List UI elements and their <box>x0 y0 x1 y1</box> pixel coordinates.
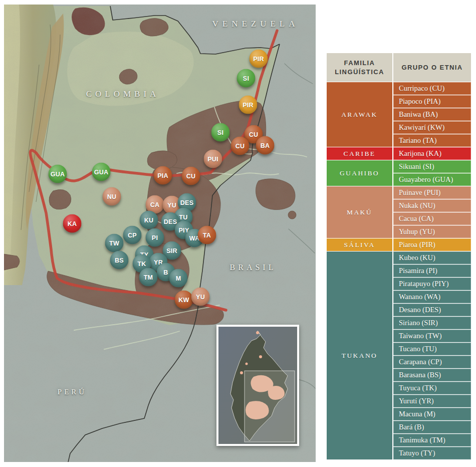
marker-KW: KW <box>175 291 193 309</box>
group-B: Bará (B) <box>393 421 471 433</box>
group-BA: Baniwa (BA) <box>393 108 471 121</box>
group-TK: Tuyuca (TK) <box>393 382 471 394</box>
marker-CU: CU <box>231 137 250 155</box>
family-saliva: SÁLIVA <box>327 239 392 251</box>
group-CA: Cacua (CA) <box>393 212 471 225</box>
marker-PI: PI <box>146 228 164 247</box>
country-label-colombia: COLOMBIA <box>86 89 160 99</box>
group-TY: Tatuyo (TY) <box>393 447 471 459</box>
group-M: Macuna (M) <box>393 408 471 420</box>
country-label-venezuela: VENEZUELA <box>212 19 299 29</box>
family-arawak: ARAWAK <box>327 82 392 147</box>
group-TM: Tanimuka (TM) <box>393 434 471 446</box>
family-caribe: CARIBE <box>327 147 392 160</box>
legend-header-group: GRUPO O ETNIA <box>393 53 471 82</box>
group-SI: Sikuani (SI) <box>393 160 471 173</box>
group-KW: Kawiyarí (KW) <box>393 121 471 134</box>
group-WA: Wanano (WA) <box>393 291 471 303</box>
marker-TA: TA <box>198 226 216 245</box>
family-maku: MAKÚ <box>327 186 392 238</box>
legend-header-family: FAMILIA LINGÜÍSTICA <box>327 53 392 82</box>
marker-TW: TW <box>105 234 124 253</box>
marker-CU: CU <box>182 167 200 185</box>
group-YU: Yuhup (YU) <box>393 225 471 238</box>
marker-YU: YU <box>191 288 210 306</box>
marker-GUA: GUA <box>49 165 67 183</box>
group-PIA: Piapoco (PIA) <box>393 95 471 108</box>
inset-map <box>216 325 299 446</box>
group-CU: Curripaco (CU) <box>393 82 471 95</box>
marker-GUA: GUA <box>92 163 111 181</box>
marker-PIR: PIR <box>250 50 268 68</box>
family-guahibo: GUAHIBO <box>327 160 392 186</box>
map-panel: VENEZUELACOLOMBIABRASILPERÚ PIRSIPIRSICU… <box>4 5 316 462</box>
group-PIY: Piratapuyo (PIY) <box>393 278 471 290</box>
group-TW: Taiwano (TW) <box>393 330 471 342</box>
marker-M: M <box>169 269 188 288</box>
country-label-brasil: BRASIL <box>230 263 277 272</box>
country-label-perú: PERÚ <box>58 388 87 396</box>
marker-SI: SI <box>211 123 230 142</box>
group-PIR: Piaroa (PIR) <box>393 239 471 251</box>
marker-BS: BS <box>110 251 129 270</box>
marker-PIA: PIA <box>154 166 172 185</box>
legend-table: FAMILIA LINGÜÍSTICA GRUPO O ETNIA ARAWAK… <box>327 53 471 459</box>
group-NU: Nukak (NU) <box>393 199 471 212</box>
marker-SI: SI <box>237 69 256 88</box>
marker-NU: NU <box>103 187 121 206</box>
group-BS: Barasana (BS) <box>393 369 471 381</box>
inset-extent-box <box>245 371 295 442</box>
family-tukano: TUKANO <box>327 252 392 459</box>
marker-CP: CP <box>123 226 142 245</box>
group-DES: Desano (DES) <box>393 304 471 316</box>
infographic-linguistic-map: VENEZUELACOLOMBIABRASILPERÚ PIRSIPIRSICU… <box>0 0 476 467</box>
group-KA: Karijona (KA) <box>393 147 471 160</box>
group-SIR: Siriano (SIR) <box>393 317 471 329</box>
group-TA: Tariano (TA) <box>393 134 471 147</box>
inset-map-graphic <box>218 327 297 444</box>
group-GUA: Guayabero (GUA) <box>393 173 471 186</box>
marker-KU: KU <box>140 211 158 229</box>
marker-BA: BA <box>256 136 275 155</box>
marker-KA: KA <box>63 214 82 233</box>
group-YR: Yurutí (YR) <box>393 395 471 407</box>
group-KU: Kubeo (KU) <box>393 252 471 264</box>
group-PI: Pisamira (PI) <box>393 265 471 277</box>
group-CP: Carapana (CP) <box>393 356 471 368</box>
group-TU: Tucano (TU) <box>393 343 471 355</box>
marker-TM: TM <box>139 268 158 287</box>
marker-PUI: PUI <box>204 150 222 168</box>
marker-PIR: PIR <box>239 96 258 114</box>
group-PUI: Puinave (PUI) <box>393 186 471 199</box>
